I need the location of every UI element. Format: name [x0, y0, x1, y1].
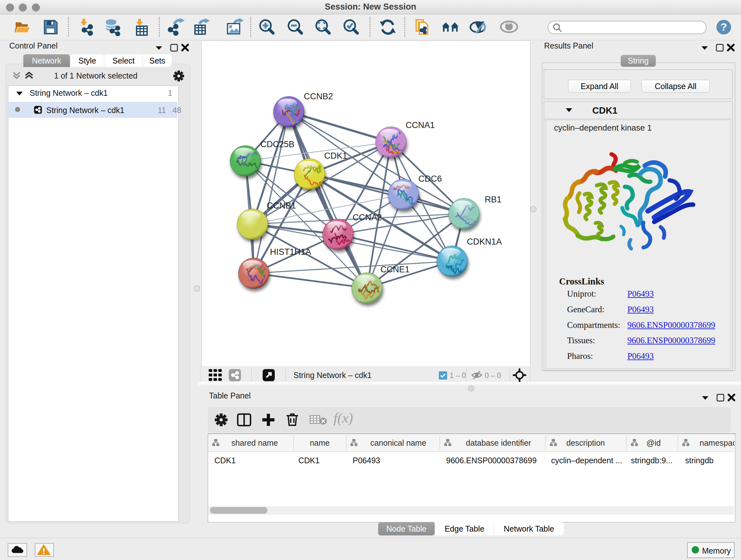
svg-text:RB1: RB1 — [485, 195, 502, 204]
svg-text:CDK1: CDK1 — [324, 151, 347, 161]
svg-text:CCNE1: CCNE1 — [381, 265, 410, 274]
svg-text:CCNB1: CCNB1 — [267, 201, 296, 210]
svg-text:CCNA2: CCNA2 — [353, 212, 382, 222]
svg-text:HIST1H1A: HIST1H1A — [270, 247, 311, 257]
svg-text:description: description — [566, 438, 605, 447]
svg-text:CCNB2: CCNB2 — [304, 91, 333, 101]
svg-text:CDC6: CDC6 — [418, 174, 442, 184]
svg-text:CDKN1A: CDKN1A — [467, 237, 502, 246]
svg-text:@id: @id — [647, 438, 661, 447]
svg-text:CCNA1: CCNA1 — [406, 120, 435, 130]
svg-text:shared name: shared name — [231, 438, 278, 447]
svg-text:CDC25B: CDC25B — [260, 139, 294, 149]
svg-text:name: name — [310, 438, 330, 447]
svg-text:database identifier: database identifier — [466, 438, 531, 447]
svg-text:namespac: namespac — [699, 438, 735, 447]
svg-text:canonical name: canonical name — [370, 438, 426, 447]
svg-text:?: ? — [721, 21, 727, 33]
